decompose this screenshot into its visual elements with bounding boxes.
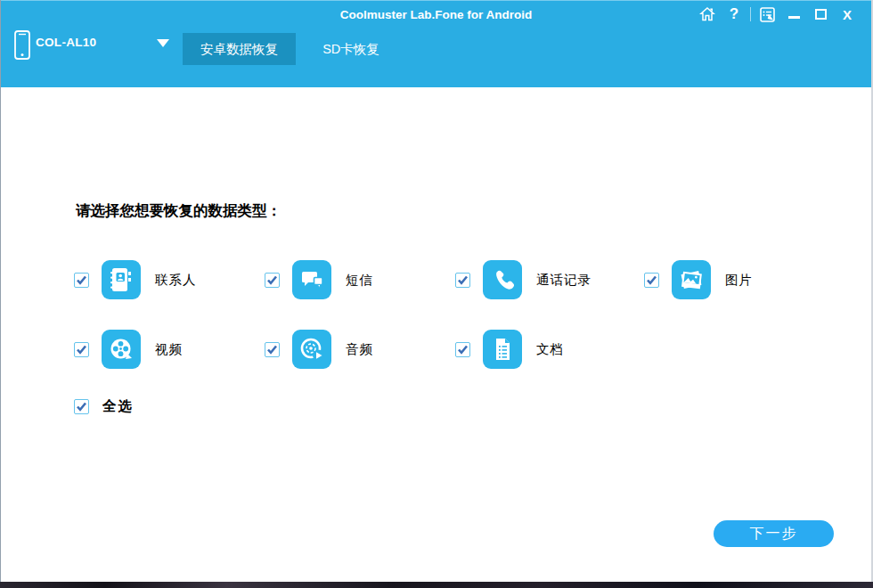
desktop-background-strip <box>0 582 873 588</box>
data-type-item[interactable]: 文档 <box>455 314 644 384</box>
tab-sd-card-recovery[interactable]: SD卡恢复 <box>302 33 400 65</box>
select-all-label: 全选 <box>102 397 134 416</box>
data-type-label: 音频 <box>346 341 373 358</box>
photos-icon <box>672 260 711 299</box>
tab-android-recovery[interactable]: 安卓数据恢复 <box>183 33 296 65</box>
data-type-item[interactable]: 视频 <box>74 314 265 384</box>
titlebar-divider <box>750 7 751 21</box>
videos-icon <box>102 330 141 369</box>
data-type-checkbox[interactable] <box>455 342 470 357</box>
app-window: Coolmuster Lab.Fone for Android ? <box>0 0 873 582</box>
title-bar: Coolmuster Lab.Fone for Android ? <box>1 1 871 28</box>
data-type-grid: 联系人 短信 通话记录 图片 视频 音频 <box>74 245 836 384</box>
device-dropdown-icon[interactable] <box>157 39 169 47</box>
phone-icon <box>12 29 32 66</box>
help-icon[interactable]: ? <box>721 1 747 28</box>
main-content: 请选择您想要恢复的数据类型： 联系人 短信 通话记录 图片 视频 <box>1 87 871 582</box>
feedback-icon[interactable] <box>754 1 780 28</box>
device-row: COL-AL10 安卓数据恢复 SD卡恢复 <box>1 28 871 65</box>
contacts-icon <box>102 260 141 299</box>
minimize-button[interactable] <box>780 1 807 28</box>
close-button[interactable]: X <box>834 1 861 28</box>
maximize-button[interactable] <box>807 1 834 28</box>
data-type-item[interactable]: 联系人 <box>74 245 265 314</box>
data-type-label: 视频 <box>155 341 183 358</box>
data-type-label: 短信 <box>346 272 373 289</box>
select-all-checkbox[interactable] <box>74 399 89 414</box>
data-type-checkbox[interactable] <box>74 273 89 288</box>
data-type-checkbox[interactable] <box>265 273 280 288</box>
data-type-checkbox[interactable] <box>644 273 659 288</box>
data-type-checkbox[interactable] <box>74 342 89 357</box>
audio-icon <box>292 330 331 369</box>
next-button[interactable]: 下一步 <box>714 520 834 547</box>
data-type-label: 图片 <box>725 272 753 289</box>
window-controls: ? X <box>694 1 861 28</box>
data-type-checkbox[interactable] <box>455 273 470 288</box>
data-type-checkbox[interactable] <box>265 342 280 357</box>
documents-icon <box>483 330 522 369</box>
home-icon[interactable] <box>694 1 721 28</box>
data-type-label: 通话记录 <box>536 272 592 289</box>
data-type-item[interactable]: 短信 <box>265 245 455 314</box>
call-log-icon <box>483 260 522 299</box>
data-type-item[interactable]: 图片 <box>644 245 836 314</box>
select-all-item[interactable]: 全选 <box>74 384 134 429</box>
data-type-label: 文档 <box>536 341 564 358</box>
sms-icon <box>292 260 331 299</box>
page-title: 请选择您想要恢复的数据类型： <box>76 201 281 221</box>
app-header: Coolmuster Lab.Fone for Android ? <box>1 0 871 87</box>
device-name: COL-AL10 <box>36 36 96 49</box>
data-type-item[interactable]: 通话记录 <box>455 245 644 314</box>
data-type-label: 联系人 <box>155 272 197 289</box>
data-type-item[interactable]: 音频 <box>265 314 455 384</box>
